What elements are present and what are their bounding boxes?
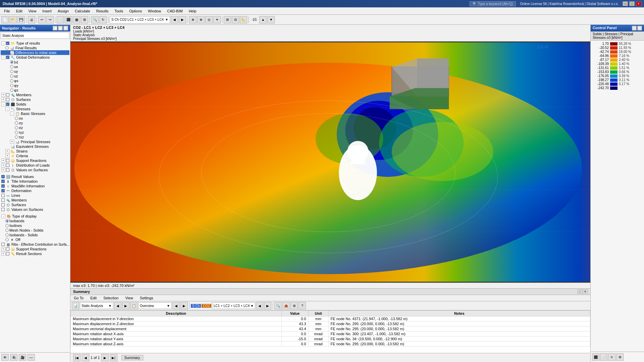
radio-icon[interactable] — [10, 88, 13, 92]
tree-stresses[interactable]: - 📉 Stresses — [1, 107, 69, 111]
check-icon[interactable]: ✓ — [6, 42, 9, 45]
menu-calculate[interactable]: Calculate — [72, 8, 93, 14]
summary-analysis-dropdown[interactable]: Static Analysis ▼ — [80, 302, 113, 309]
radio-icon[interactable] — [5, 238, 9, 241]
check-icon[interactable]: ✓ — [1, 180, 5, 183]
rotate-btn[interactable]: ↻ — [99, 16, 107, 23]
tree-sigmax[interactable]: σx — [1, 116, 69, 121]
table-row[interactable]: Maximum rotation about Z-axis 0.0 mrad F… — [71, 342, 590, 347]
save-button[interactable]: 💾 — [17, 16, 25, 23]
display-btn1[interactable]: ⊕ — [189, 16, 197, 23]
summary-view-prev-btn[interactable]: ◀ — [172, 302, 180, 309]
check-icon[interactable] — [1, 194, 5, 197]
tree-solids[interactable]: - ✓ ⬛ Solids — [1, 102, 69, 107]
tree-ux[interactable]: ux — [1, 64, 69, 69]
tree-result-sections[interactable]: + 📏 Result Sections — [1, 251, 69, 256]
navigator-search[interactable] — [1, 32, 69, 39]
expand-icon[interactable]: + — [1, 93, 5, 97]
expand-icon[interactable]: + — [5, 154, 9, 158]
menu-options[interactable]: Options — [126, 8, 145, 14]
tree-type-of-display[interactable]: - 🎨 Type of display — [1, 214, 69, 219]
radio-icon[interactable] — [10, 79, 13, 82]
tree-isobands-solids[interactable]: Isobands - Solids — [1, 233, 69, 237]
menu-edit[interactable]: Edit — [13, 8, 25, 14]
factor-down[interactable]: ▼ — [267, 16, 275, 23]
menu-window[interactable]: Window — [145, 8, 164, 14]
radio-icon[interactable] — [5, 233, 9, 237]
menu-assign[interactable]: Assign — [55, 8, 71, 14]
expand-icon[interactable]: + — [1, 252, 5, 256]
menu-view[interactable]: View — [26, 8, 39, 14]
expand-icon[interactable]: + — [1, 98, 5, 102]
radio-icon[interactable] — [10, 65, 13, 68]
check-icon[interactable] — [6, 93, 9, 97]
check-icon[interactable] — [1, 243, 5, 246]
radio-icon[interactable] — [5, 224, 9, 227]
radio-icon[interactable] — [15, 126, 18, 129]
radio-icon[interactable] — [15, 135, 18, 139]
display-btn3[interactable]: ◎ — [205, 16, 213, 23]
tree-members-nav[interactable]: 🔩 Members — [1, 198, 69, 202]
menu-insert[interactable]: Insert — [40, 8, 54, 14]
footer-prev[interactable]: ◀ — [82, 354, 89, 361]
table-row[interactable]: Maximum vectorial displacement 43.4 mm F… — [71, 326, 590, 331]
tree-uy[interactable]: uy — [1, 69, 69, 74]
undo-button[interactable]: ↩ — [38, 16, 46, 23]
settings-btn2[interactable]: ⚙ — [290, 302, 298, 309]
summary-prev-btn[interactable]: ◀ — [114, 302, 121, 309]
table-row[interactable]: Maximum rotation about Y-axis -15.0 mrad… — [71, 337, 590, 342]
summary-view-icon-btn[interactable]: 📋 — [130, 302, 138, 309]
tree-type-of-results[interactable]: - ✓ 📁 Type of results — [1, 41, 69, 46]
check-icon[interactable]: ✓ — [1, 184, 5, 188]
tree-phix[interactable]: φx — [1, 78, 69, 83]
tree-equivalent-stresses[interactable]: 📊 Equivalent Stresses — [1, 144, 69, 149]
tree-values-surfaces-nav[interactable]: ⬡ Values on Surfaces — [1, 207, 69, 212]
summary-selection[interactable]: Selection — [101, 296, 120, 300]
radio-icon[interactable] — [5, 219, 9, 223]
check-icon[interactable] — [6, 168, 9, 172]
view-btn3[interactable]: ▦ — [73, 16, 80, 23]
radio-icon[interactable] — [15, 121, 18, 125]
cp-expand-button[interactable]: □ — [632, 26, 637, 31]
nav-close-button[interactable]: ✕ — [63, 26, 68, 31]
tree-distribution-loads[interactable]: + ↕ Distribution of Loads — [1, 163, 69, 168]
expand-icon[interactable]: + — [1, 168, 5, 172]
tree-tauxz[interactable]: τxz — [1, 135, 69, 139]
expand-icon[interactable]: - — [5, 107, 9, 111]
cp-btn2[interactable]: ⬜ — [600, 353, 607, 361]
cp-btn4[interactable]: ⚙ — [616, 353, 624, 361]
maximize-button[interactable]: □ — [629, 1, 635, 6]
search-box[interactable]: 🔍 Type a keyword (Alt+Q) — [470, 1, 516, 6]
radio-filled-icon[interactable] — [5, 51, 9, 54]
tree-isobands[interactable]: Isobands — [1, 219, 69, 223]
view-btn1[interactable]: ⬜ — [57, 16, 64, 23]
summary-view-next-btn[interactable]: ▶ — [180, 302, 188, 309]
tree-result-values[interactable]: ✓ 🔢 Result Values — [1, 174, 69, 179]
tree-title-information[interactable]: ✓ ℹ Title Information — [1, 179, 69, 184]
tree-ribs[interactable]: ▥ Ribs - Effective Contribution on Surfa… — [1, 242, 69, 247]
view-btn2[interactable]: ⬛ — [65, 16, 72, 23]
tree-sigmay[interactable]: σy — [1, 121, 69, 125]
expand-icon[interactable]: - — [10, 112, 14, 116]
export-btn[interactable]: 📤 — [282, 302, 290, 309]
menu-tools[interactable]: Tools — [112, 8, 126, 14]
summary-next-btn[interactable]: ▶ — [122, 302, 129, 309]
summary-lc-prev[interactable]: ◀ — [256, 302, 263, 309]
summary-lc-next[interactable]: ▶ — [264, 302, 271, 309]
check-icon[interactable] — [6, 164, 9, 167]
tree-support-reactions-nav[interactable]: + 🔱 Support Reactions — [1, 247, 69, 251]
tree-phiy[interactable]: φy — [1, 83, 69, 88]
close-button[interactable]: ✕ — [636, 1, 641, 6]
expand-icon[interactable]: + — [1, 159, 5, 163]
menu-file[interactable]: File — [1, 8, 13, 14]
expand-icon[interactable]: - — [1, 55, 5, 59]
menu-help[interactable]: Help — [186, 8, 199, 14]
tree-uz[interactable]: uz — [1, 74, 69, 78]
dim-btn[interactable]: 📐 — [240, 16, 247, 23]
check-icon[interactable]: ✓ — [1, 189, 5, 192]
tree-tauyz[interactable]: τyz — [1, 130, 69, 135]
print-button[interactable]: 🖨 — [28, 16, 35, 23]
check-icon[interactable] — [1, 208, 5, 211]
expand-icon[interactable]: + — [1, 247, 5, 251]
summary-edit[interactable]: Edit — [88, 296, 99, 300]
